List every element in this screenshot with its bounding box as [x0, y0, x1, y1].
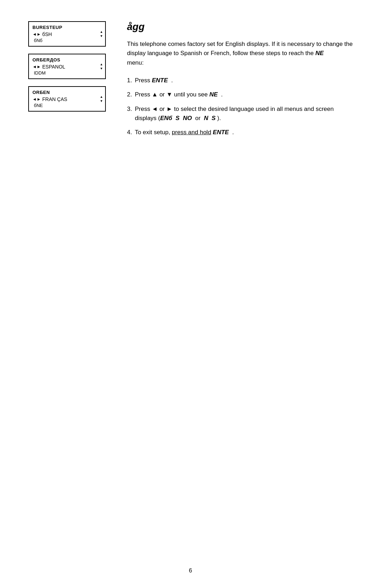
screen1-label: бSH — [42, 31, 52, 37]
step4-num: 4. — [127, 128, 132, 137]
screen3-label: FRAN ÇAS — [42, 96, 67, 102]
steps-list: 1. Press ENTE . 2. Press ▲ or ▼ until yo… — [127, 76, 353, 137]
step3-num: 3. — [127, 105, 132, 114]
screen2-item: ◄► ESPANOL — [32, 64, 102, 70]
intro-ne-label: NE — [315, 50, 324, 57]
step-3: 3. Press ◄ or ► to select the desired la… — [127, 105, 353, 123]
step3-or: or — [195, 115, 200, 121]
screen3-item: ◄► FRAN ÇAS — [32, 96, 102, 102]
step3-n: N — [204, 115, 208, 121]
screen1-arrow: ◄► — [32, 32, 41, 37]
content-layout: BURESTEUP ◄► бSH бNб ORБЕRДОS ◄► ESPANOL — [28, 21, 353, 142]
step3-s2: S — [212, 115, 216, 121]
step2-content: Press ▲ or ▼ until you see NE . — [135, 90, 353, 99]
page-title: ågg — [127, 21, 353, 32]
scroll-up-icon-2 — [100, 62, 103, 66]
step-4: 4. To exit setup, press and hold ENTE . — [127, 128, 353, 137]
step2-ne: NE — [209, 91, 218, 98]
step3-no: NO — [183, 115, 192, 121]
screen1-scroll — [100, 30, 103, 38]
scroll-down-icon — [100, 34, 103, 38]
screen2-scroll — [100, 62, 103, 71]
page-container: BURESTEUP ◄► бSH бNб ORБЕRДОS ◄► ESPANOL — [0, 0, 381, 588]
step-2: 2. Press ▲ or ▼ until you see NE . — [127, 90, 353, 99]
screen-box-1: BURESTEUP ◄► бSH бNб — [28, 21, 106, 47]
screen1-item: ◄► бSH — [32, 31, 102, 37]
screen-box-2: ORБЕRДОS ◄► ESPANOL IDDM — [28, 54, 106, 79]
screen2-label: ESPANOL — [42, 64, 65, 70]
screen3-title: ORБЕN — [32, 90, 102, 95]
step1-ente: ENTE — [152, 77, 168, 84]
intro-menu-suffix: menu: — [127, 59, 144, 66]
step1-num: 1. — [127, 76, 132, 85]
step4-ente: ENTE — [213, 129, 229, 136]
step3-eng: ENб — [160, 115, 172, 121]
screen2-arrow: ◄► — [32, 64, 41, 69]
right-column: ågg This telephone comes factory set for… — [127, 21, 353, 142]
screen1-title: BURESTEUP — [32, 25, 102, 30]
screen3-sub: бNE — [32, 103, 102, 108]
scroll-down-icon-3 — [100, 99, 103, 103]
step-1: 1. Press ENTE . — [127, 76, 353, 85]
screen2-title: ORБЕRДОS — [32, 57, 102, 63]
left-column: BURESTEUP ◄► бSH бNб ORБЕRДОS ◄► ESPANOL — [28, 21, 113, 142]
page-number: 6 — [189, 568, 192, 574]
screen1-sub: бNб — [32, 38, 102, 43]
screen3-arrow: ◄► — [32, 97, 41, 102]
step1-content: Press ENTE . — [135, 76, 353, 85]
intro-paragraph: This telephone comes factory set for Eng… — [127, 40, 353, 67]
scroll-up-icon-3 — [100, 95, 103, 99]
screen3-scroll — [100, 95, 103, 103]
scroll-down-icon-2 — [100, 66, 103, 71]
step2-num: 2. — [127, 90, 132, 99]
step3-content: Press ◄ or ► to select the desired langu… — [135, 105, 353, 123]
step3-s1: S — [176, 115, 180, 121]
screen-box-3: ORБЕN ◄► FRAN ÇAS бNE — [28, 86, 106, 112]
step4-press-hold: press and hold — [172, 129, 211, 136]
scroll-up-icon — [100, 30, 103, 34]
screen2-sub: IDDM — [32, 70, 102, 76]
step4-content: To exit setup, press and hold ENTE . — [135, 128, 353, 137]
